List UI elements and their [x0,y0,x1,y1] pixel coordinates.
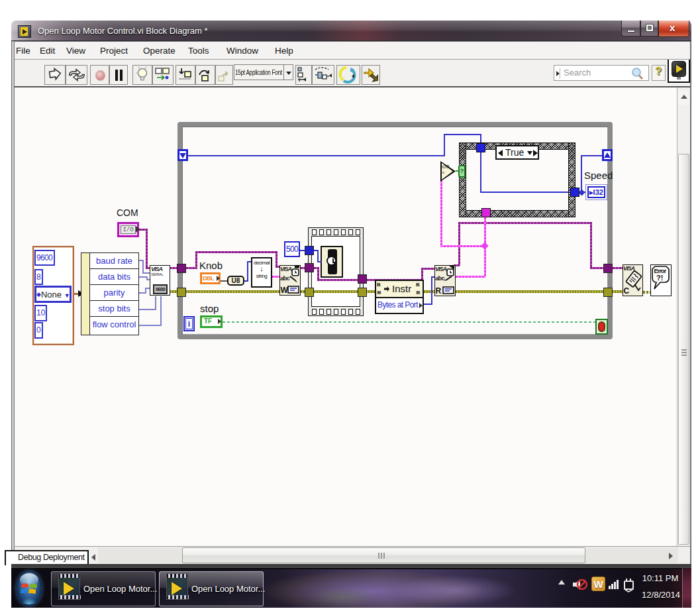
svg-text:VISA: VISA [623,265,635,272]
svg-text:VISA: VISA [435,266,447,272]
svg-text:C: C [624,286,630,295]
svg-text:VISA: VISA [280,266,292,272]
svg-text:abc: abc [280,274,289,282]
svg-text:W: W [281,286,289,294]
svg-text:R: R [436,286,442,295]
svg-text:?!: ?! [656,274,663,282]
svg-text:abc: abc [435,274,444,282]
